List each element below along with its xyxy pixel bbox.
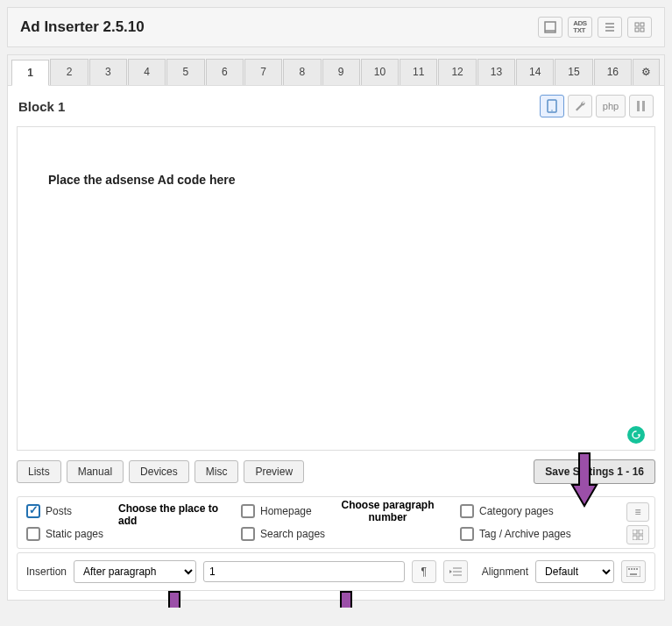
tab-12[interactable]: 12 bbox=[438, 59, 476, 85]
misc-button[interactable]: Misc bbox=[195, 460, 239, 483]
search-checkbox[interactable] bbox=[241, 527, 255, 541]
svg-rect-21 bbox=[628, 568, 630, 570]
svg-rect-6 bbox=[640, 23, 644, 26]
annotation-paragraph: Choose paragraph number bbox=[333, 499, 442, 523]
plugin-header: Ad Inserter 2.5.10 ADSTXT bbox=[7, 7, 665, 47]
tab-11[interactable]: 11 bbox=[400, 59, 437, 85]
grid-mini-icon[interactable] bbox=[626, 525, 649, 544]
block-buttons: php bbox=[540, 95, 654, 117]
svg-rect-8 bbox=[640, 28, 644, 32]
check-search[interactable]: Search pages bbox=[241, 527, 346, 541]
header-icons: ADSTXT bbox=[538, 17, 652, 38]
tab-16[interactable]: 16 bbox=[594, 59, 632, 85]
tab-3[interactable]: 3 bbox=[89, 59, 127, 85]
paragraph-icon[interactable]: ¶ bbox=[412, 560, 436, 583]
category-checkbox[interactable] bbox=[460, 504, 474, 518]
svg-rect-7 bbox=[635, 28, 639, 32]
preview-button[interactable]: Preview bbox=[244, 460, 304, 483]
arrow-place bbox=[159, 588, 190, 608]
home-checkbox[interactable] bbox=[241, 504, 255, 518]
device-icon[interactable] bbox=[540, 95, 564, 117]
tab-7[interactable]: 7 bbox=[244, 59, 282, 85]
svg-point-10 bbox=[551, 110, 553, 111]
tabs-row: 1 2 3 4 5 6 7 8 9 10 11 12 13 14 15 16 ⚙ bbox=[8, 55, 664, 86]
svg-rect-24 bbox=[636, 568, 638, 570]
check-home[interactable]: Homepage bbox=[241, 504, 346, 518]
insertion-select[interactable]: After paragraph bbox=[74, 560, 196, 583]
button-row: Lists Manual Devices Misc Preview Save S… bbox=[8, 459, 664, 493]
svg-rect-12 bbox=[642, 101, 645, 111]
tab-8[interactable]: 8 bbox=[283, 59, 321, 85]
checks-panel: Posts Static pages Choose the place to a… bbox=[17, 496, 655, 549]
svg-rect-13 bbox=[633, 530, 637, 534]
svg-rect-20 bbox=[626, 566, 640, 577]
tab-settings[interactable]: ⚙ bbox=[633, 59, 660, 85]
paragraph-input[interactable] bbox=[203, 561, 405, 582]
devices-button[interactable]: Devices bbox=[129, 460, 189, 483]
svg-rect-22 bbox=[631, 568, 633, 570]
check-static[interactable]: Static pages bbox=[26, 527, 118, 541]
lists-button[interactable]: Lists bbox=[17, 460, 61, 483]
insertion-label: Insertion bbox=[26, 566, 67, 578]
check-archive[interactable]: Tag / Archive pages bbox=[460, 527, 571, 541]
tab-2[interactable]: 2 bbox=[50, 59, 88, 85]
check-category[interactable]: Category pages bbox=[460, 504, 571, 518]
indent-icon[interactable] bbox=[443, 560, 468, 583]
svg-rect-14 bbox=[639, 530, 643, 534]
plugin-title: Ad Inserter 2.5.10 bbox=[20, 18, 145, 36]
page-icon[interactable] bbox=[538, 17, 562, 38]
php-button[interactable]: php bbox=[596, 95, 626, 117]
ads-txt-icon[interactable]: ADSTXT bbox=[568, 17, 592, 38]
list-mini-icon[interactable]: ≡ bbox=[626, 502, 649, 522]
main-panel: 1 2 3 4 5 6 7 8 9 10 11 12 13 14 15 16 ⚙… bbox=[7, 54, 665, 601]
tab-6[interactable]: 6 bbox=[206, 59, 244, 85]
wrench-icon[interactable] bbox=[568, 95, 592, 117]
tab-15[interactable]: 15 bbox=[555, 59, 592, 85]
tab-1[interactable]: 1 bbox=[11, 60, 49, 86]
tab-13[interactable]: 13 bbox=[477, 59, 515, 85]
grammarly-icon[interactable] bbox=[627, 426, 645, 444]
code-textarea[interactable]: Place the adsense Ad code here bbox=[17, 126, 655, 451]
panel-mini-buttons: ≡ bbox=[626, 502, 649, 544]
alignment-label: Alignment bbox=[482, 566, 528, 578]
svg-rect-23 bbox=[633, 568, 635, 570]
annotation-place: Choose the place to add bbox=[118, 502, 232, 527]
svg-rect-16 bbox=[639, 536, 643, 540]
static-checkbox[interactable] bbox=[26, 527, 40, 541]
arrow-save bbox=[569, 450, 600, 511]
tab-10[interactable]: 10 bbox=[361, 59, 399, 85]
alignment-select[interactable]: Default bbox=[535, 560, 614, 583]
pause-icon[interactable] bbox=[629, 95, 654, 117]
list-icon[interactable] bbox=[598, 17, 622, 38]
tab-5[interactable]: 5 bbox=[166, 59, 204, 85]
grid-icon[interactable] bbox=[627, 17, 652, 38]
tab-14[interactable]: 14 bbox=[516, 59, 554, 85]
svg-rect-15 bbox=[633, 536, 637, 540]
tab-4[interactable]: 4 bbox=[128, 59, 166, 85]
keyboard-icon[interactable] bbox=[621, 560, 646, 583]
code-area: Place the adsense Ad code here bbox=[17, 126, 655, 451]
svg-rect-11 bbox=[637, 101, 640, 111]
block-header: Block 1 php bbox=[8, 86, 664, 126]
block-title: Block 1 bbox=[18, 99, 65, 114]
svg-rect-25 bbox=[630, 573, 637, 575]
tab-9[interactable]: 9 bbox=[322, 59, 360, 85]
insertion-panel: Insertion After paragraph ¶ Alignment De… bbox=[17, 552, 655, 591]
check-posts[interactable]: Posts bbox=[26, 504, 118, 518]
code-placeholder: Place the adsense Ad code here bbox=[48, 173, 235, 187]
archive-checkbox[interactable] bbox=[460, 527, 474, 541]
posts-checkbox[interactable] bbox=[26, 504, 40, 518]
svg-rect-5 bbox=[635, 23, 639, 26]
arrow-paragraph bbox=[330, 588, 362, 608]
manual-button[interactable]: Manual bbox=[67, 460, 124, 483]
